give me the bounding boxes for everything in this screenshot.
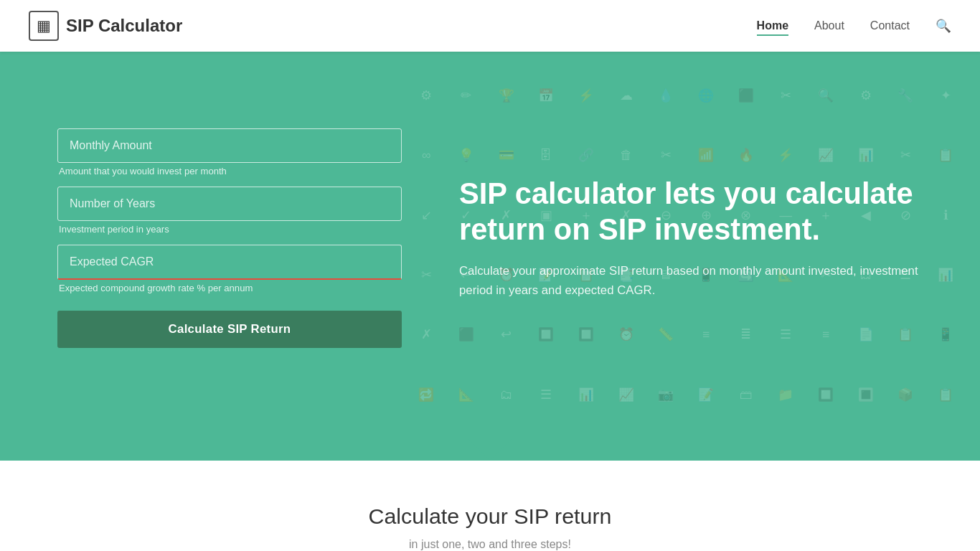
brand-link[interactable]: ▦ SIP Calculator: [29, 11, 182, 41]
hero-form-panel: Amount that you would invest per month I…: [57, 128, 402, 348]
hero-heading: SIP calculator lets you calculate return…: [459, 176, 923, 248]
nav-link-home[interactable]: Home: [757, 19, 788, 36]
nav-item-home[interactable]: Home: [757, 19, 788, 32]
cagr-hint: Expected compound growth rate % per annu…: [57, 283, 402, 293]
years-hint: Investment period in years: [57, 224, 402, 235]
nav-item-contact[interactable]: Contact: [870, 19, 910, 32]
cagr-group: Expected compound growth rate % per annu…: [57, 245, 402, 293]
hero-section: ⚙✏🏆📅⚡☁💧🌐⬛✂🔍⚙🔧✦ ∞💡💳🗄🔗🗑✂📶🔥⚡📈📊✂📋 ↙✓✗▣＋✗⊖⊕⊗—…: [0, 52, 980, 439]
hero-description: Calculate your approximate SIP return ba…: [459, 262, 923, 301]
content-heading: Calculate your SIP return: [57, 504, 923, 529]
cagr-input[interactable]: [57, 245, 402, 280]
calculate-button[interactable]: Calculate SIP Return: [57, 311, 402, 348]
logo-icon: ▦: [29, 11, 59, 41]
hero-text-panel: SIP calculator lets you calculate return…: [402, 176, 923, 301]
nav-item-about[interactable]: About: [814, 19, 844, 32]
arrow-down-indicator: [468, 439, 512, 461]
brand-title: SIP Calculator: [66, 16, 182, 36]
navbar: ▦ SIP Calculator Home About Contact 🔍: [0, 0, 980, 52]
monthly-amount-input[interactable]: [57, 128, 402, 163]
nav-link-about[interactable]: About: [814, 19, 844, 32]
nav-link-contact[interactable]: Contact: [870, 19, 910, 32]
content-subtitle: in just one, two and three steps!: [239, 534, 741, 551]
years-group: Investment period in years: [57, 187, 402, 235]
monthly-amount-group: Amount that you would invest per month: [57, 128, 402, 176]
years-input[interactable]: [57, 187, 402, 221]
nav-menu: Home About Contact 🔍: [757, 19, 951, 34]
monthly-amount-hint: Amount that you would invest per month: [57, 166, 402, 176]
content-section: Calculate your SIP return in just one, t…: [0, 461, 980, 551]
search-button[interactable]: 🔍: [936, 19, 951, 34]
